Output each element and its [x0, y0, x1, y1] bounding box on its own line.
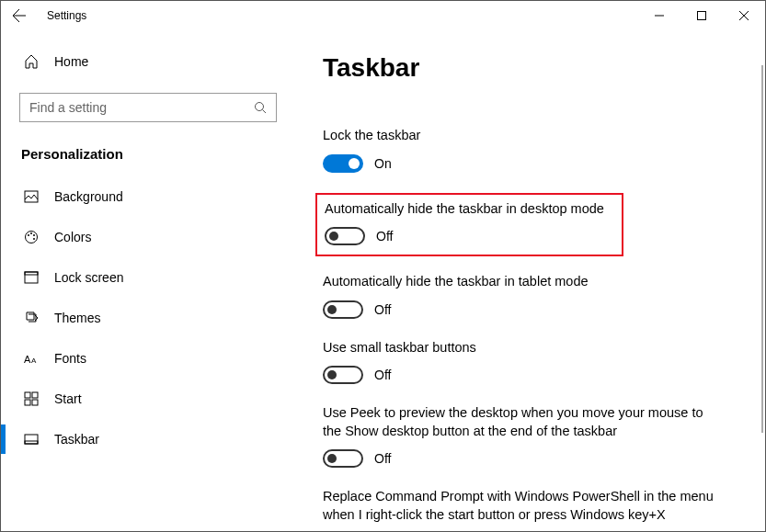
toggle-hide-tablet[interactable]: [323, 300, 363, 319]
toggle-small-buttons[interactable]: [323, 366, 363, 384]
sidebar-item-background[interactable]: Background: [19, 176, 277, 217]
toggle-state: Off: [374, 451, 391, 466]
svg-point-7: [33, 238, 35, 240]
home-icon: [23, 53, 40, 70]
home-nav[interactable]: Home: [19, 43, 277, 80]
toggle-state: Off: [376, 229, 393, 243]
toggle-lock-taskbar[interactable]: [323, 154, 363, 173]
toggle-row: On: [323, 154, 737, 173]
search-input[interactable]: [29, 100, 250, 115]
svg-rect-16: [25, 435, 38, 444]
minimize-button[interactable]: [638, 1, 680, 30]
svg-rect-17: [25, 441, 38, 444]
nav-label: Fonts: [54, 351, 86, 366]
close-icon: [739, 11, 749, 20]
image-icon: [23, 188, 40, 205]
maximize-button[interactable]: [680, 1, 723, 30]
window-controls: [638, 1, 765, 30]
setting-lock-taskbar: Lock the taskbar On: [323, 127, 737, 173]
svg-rect-14: [25, 400, 30, 405]
close-button[interactable]: [723, 1, 765, 30]
toggle-peek[interactable]: [323, 449, 363, 468]
sidebar: Home Personalization Background Colors: [1, 30, 295, 531]
scrollbar[interactable]: [761, 65, 763, 433]
start-icon: [23, 391, 40, 407]
content: Home Personalization Background Colors: [1, 30, 765, 531]
nav-label: Background: [54, 189, 123, 204]
setting-label: Use small taskbar buttons: [323, 339, 718, 357]
svg-rect-9: [25, 272, 38, 275]
window-title: Settings: [47, 9, 86, 22]
toggle-row: Off: [323, 366, 737, 384]
svg-point-4: [28, 234, 29, 236]
back-button[interactable]: [8, 5, 30, 27]
home-label: Home: [54, 54, 88, 69]
sidebar-item-colors[interactable]: Colors: [19, 217, 277, 257]
svg-rect-12: [25, 392, 30, 398]
toggle-state: On: [374, 156, 392, 171]
lock-screen-icon: [23, 269, 40, 286]
toggle-row: Off: [323, 300, 737, 319]
toggle-hide-desktop[interactable]: [325, 227, 365, 245]
main-panel: Taskbar Lock the taskbar On Automaticall…: [295, 30, 765, 531]
setting-small-buttons: Use small taskbar buttons Off: [323, 339, 737, 385]
titlebar: Settings: [1, 1, 765, 30]
setting-label: Replace Command Prompt with Windows Powe…: [323, 488, 718, 524]
nav-label: Colors: [54, 230, 91, 244]
maximize-icon: [697, 11, 706, 20]
svg-text:A: A: [24, 354, 31, 365]
sidebar-item-start[interactable]: Start: [19, 379, 277, 419]
toggle-state: Off: [374, 302, 391, 317]
setting-label: Automatically hide the taskbar in tablet…: [323, 273, 718, 291]
svg-rect-13: [32, 392, 38, 398]
search-icon: [254, 101, 267, 114]
taskbar-icon: [23, 431, 40, 447]
svg-point-5: [30, 232, 32, 234]
setting-hide-tablet: Automatically hide the taskbar in tablet…: [323, 273, 737, 319]
nav-label: Lock screen: [54, 270, 123, 285]
search-box[interactable]: [19, 93, 277, 122]
themes-icon: [23, 310, 40, 326]
palette-icon: [23, 229, 40, 245]
minimize-icon: [655, 11, 664, 20]
setting-powershell: Replace Command Prompt with Windows Powe…: [323, 488, 737, 524]
setting-label: Use Peek to preview the desktop when you…: [323, 404, 718, 440]
sidebar-item-fonts[interactable]: AA Fonts: [19, 338, 277, 379]
svg-point-1: [256, 103, 264, 111]
page-title: Taskbar: [323, 53, 737, 83]
setting-label: Lock the taskbar: [323, 127, 718, 145]
svg-text:A: A: [31, 357, 37, 365]
svg-rect-15: [32, 400, 38, 405]
setting-peek: Use Peek to preview the desktop when you…: [323, 404, 737, 468]
nav-label: Themes: [54, 311, 101, 325]
nav-list: Background Colors Lock screen Themes: [19, 176, 277, 459]
sidebar-item-themes[interactable]: Themes: [19, 298, 277, 338]
toggle-row: Off: [325, 227, 614, 245]
svg-rect-8: [25, 272, 38, 283]
nav-label: Taskbar: [54, 432, 99, 447]
sidebar-item-lock-screen[interactable]: Lock screen: [19, 257, 277, 298]
highlighted-setting: Automatically hide the taskbar in deskto…: [315, 193, 623, 257]
nav-label: Start: [54, 391, 82, 406]
section-header: Personalization: [19, 146, 277, 162]
setting-label: Automatically hide the taskbar in deskto…: [325, 200, 614, 219]
toggle-state: Off: [374, 368, 391, 382]
svg-rect-0: [698, 12, 706, 20]
toggle-row: Off: [323, 449, 737, 468]
sidebar-item-taskbar[interactable]: Taskbar: [19, 419, 277, 459]
arrow-left-icon: [12, 8, 27, 23]
fonts-icon: AA: [23, 350, 40, 367]
svg-point-6: [33, 234, 35, 236]
titlebar-left: Settings: [8, 5, 86, 27]
